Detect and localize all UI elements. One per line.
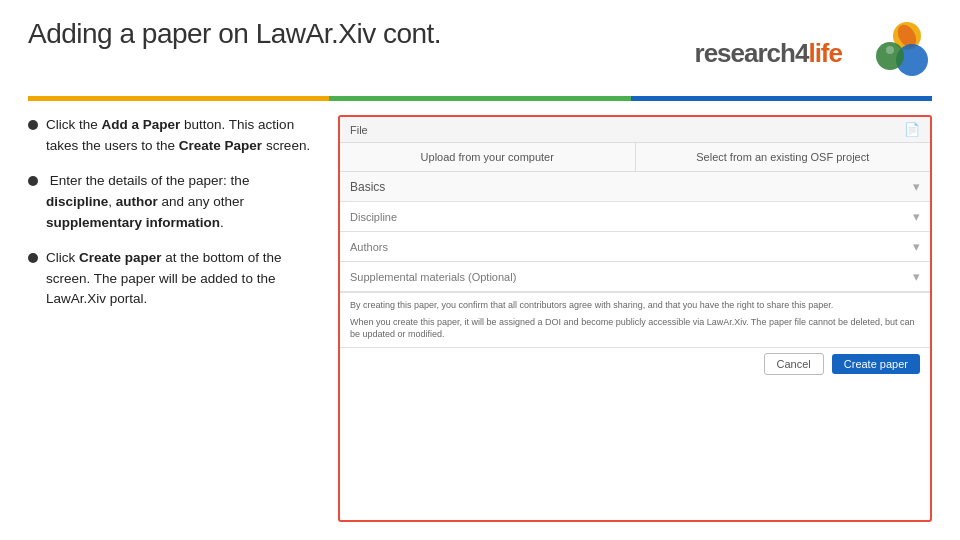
footer-line2: When you create this paper, it will be a… [350, 316, 920, 341]
logo-research4: research [695, 38, 795, 68]
svg-point-4 [886, 46, 894, 54]
right-panel: File 📄 Upload from your computer Select … [338, 115, 932, 522]
select-osf-button[interactable]: Select from an existing OSF project [636, 143, 931, 171]
authors-expand-icon: ▾ [913, 239, 920, 254]
form-section-discipline[interactable]: Discipline ▾ [340, 202, 930, 232]
form-container: File 📄 Upload from your computer Select … [338, 115, 932, 522]
form-section-basics[interactable]: Basics ▾ [340, 172, 930, 202]
bold-author: author [116, 194, 158, 209]
discipline-expand-icon: ▾ [913, 209, 920, 224]
bullet-item-3: Click Create paper at the bottom of the … [28, 248, 318, 311]
logo-text: research4life [695, 38, 842, 69]
logo-4: 4 [795, 38, 808, 68]
bullet-text-1: Click the Add a Paper button. This actio… [46, 115, 318, 157]
file-icon: 📄 [904, 122, 920, 137]
form-section-authors[interactable]: Authors ▾ [340, 232, 930, 262]
form-upload-row: Upload from your computer Select from an… [340, 143, 930, 172]
form-footer: By creating this paper, you confirm that… [340, 292, 930, 347]
cancel-button[interactable]: Cancel [764, 353, 824, 375]
bold-create-paper: Create Paper [179, 138, 262, 153]
divider-bar [28, 96, 932, 101]
discipline-label: Discipline [350, 211, 397, 223]
bullet-dot-1 [28, 120, 38, 130]
bullet-item-2: Enter the details of the paper: the disc… [28, 171, 318, 234]
logo-icon [852, 18, 932, 88]
upload-computer-button[interactable]: Upload from your computer [340, 143, 636, 171]
left-panel: Click the Add a Paper button. This actio… [28, 115, 318, 522]
divider-orange [28, 96, 329, 101]
content-area: Click the Add a Paper button. This actio… [28, 115, 932, 522]
supplemental-expand-icon: ▾ [913, 269, 920, 284]
divider-green [329, 96, 630, 101]
authors-label: Authors [350, 241, 388, 253]
bullet-text-3: Click Create paper at the bottom of the … [46, 248, 318, 311]
bold-discipline: discipline [46, 194, 108, 209]
bold-supplementary: supplementary information [46, 215, 220, 230]
bold-add-paper: Add a Paper [102, 117, 181, 132]
header: Adding a paper on LawAr.Xiv cont. resear… [28, 18, 932, 88]
bullet-item-1: Click the Add a Paper button. This actio… [28, 115, 318, 157]
divider-blue [631, 96, 932, 101]
form-top-bar: File 📄 [340, 117, 930, 143]
basics-label: Basics [350, 180, 385, 194]
basics-expand-icon: ▾ [913, 179, 920, 194]
file-label: File [350, 124, 368, 136]
create-paper-button[interactable]: Create paper [832, 354, 920, 374]
bold-create-paper-action: Create paper [79, 250, 162, 265]
form-section-supplemental[interactable]: Supplemental materials (Optional) ▾ [340, 262, 930, 292]
bullet-dot-3 [28, 253, 38, 263]
supplemental-label: Supplemental materials (Optional) [350, 271, 516, 283]
bullet-text-2: Enter the details of the paper: the disc… [46, 171, 318, 234]
logo-area: research4life [695, 18, 932, 88]
form-action-row: Cancel Create paper [340, 347, 930, 381]
bullet-dot-2 [28, 176, 38, 186]
page-title: Adding a paper on LawAr.Xiv cont. [28, 18, 441, 50]
logo-life: life [808, 38, 842, 68]
page: Adding a paper on LawAr.Xiv cont. resear… [0, 0, 960, 540]
footer-line1: By creating this paper, you confirm that… [350, 299, 920, 312]
